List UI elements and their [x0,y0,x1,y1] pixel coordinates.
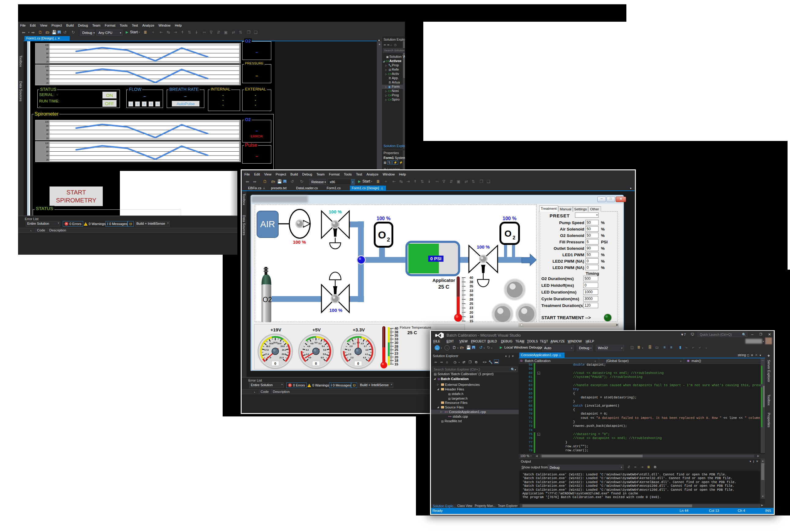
svg-text:0: 0 [315,362,317,365]
svg-text:4.0: 4.0 [308,357,312,359]
svg-text:80: 80 [46,70,49,72]
svg-text:33: 33 [395,337,398,341]
svg-text:100: 100 [45,121,49,123]
svg-text:28: 28 [469,298,473,301]
svg-text:60: 60 [46,150,49,153]
svg-text:100 %: 100 % [376,216,390,221]
svg-text:100 %: 100 % [477,244,490,249]
svg-text:33: 33 [469,289,473,292]
svg-text:25: 25 [469,302,473,305]
svg-text:19.0: 19.0 [273,342,277,344]
svg-text:18: 18 [395,359,398,362]
svg-text:100 %: 100 % [503,216,516,221]
svg-text:80: 80 [46,146,49,148]
svg-text:4.2: 4.2 [306,353,309,355]
svg-text:30: 30 [395,341,398,345]
svg-text:100: 100 [45,44,49,46]
svg-text:18.2: 18.2 [266,345,270,347]
svg-text:2.7: 2.7 [348,349,351,351]
svg-text:100 %: 100 % [293,240,306,245]
svg-text:3.1: 3.1 [353,342,356,345]
svg-text:28: 28 [395,345,398,348]
svg-text:20.2: 20.2 [282,349,286,351]
svg-text:40: 40 [46,56,49,58]
svg-text:20: 20 [46,137,49,139]
svg-text:40: 40 [46,154,49,156]
svg-text:60: 60 [46,52,49,54]
svg-text:25 C: 25 C [438,284,449,290]
svg-text:15: 15 [395,362,398,366]
svg-text:2.3: 2.3 [351,357,354,359]
svg-text:23: 23 [469,306,473,310]
svg-text:0 PSI: 0 PSI [430,256,441,261]
svg-text:AIR: AIR [260,219,275,229]
svg-text:60: 60 [46,129,49,131]
svg-text:4.1: 4.1 [365,353,368,355]
svg-text:O: O [378,229,386,241]
svg-text:80: 80 [46,48,49,50]
svg-text:40: 40 [46,78,49,80]
svg-text:5.2: 5.2 [318,342,321,345]
svg-text:4.6: 4.6 [307,345,311,347]
svg-text:40: 40 [395,326,398,330]
svg-text:3.7: 3.7 [364,345,367,347]
svg-text:2: 2 [513,235,515,240]
svg-text:O2: O2 [263,296,272,304]
svg-text:40: 40 [469,276,473,280]
svg-text:25: 25 [395,348,398,352]
svg-text:2: 2 [387,236,390,243]
svg-text:3.5: 3.5 [361,342,364,345]
svg-text:30: 30 [469,293,473,297]
svg-text:100: 100 [45,65,49,68]
svg-text:5.4: 5.4 [322,345,325,347]
svg-text:Applicator: Applicator [432,278,455,283]
svg-text:5.6: 5.6 [323,349,326,351]
svg-text:5.8: 5.8 [323,353,326,355]
svg-text:4.4: 4.4 [306,349,309,351]
svg-text:20: 20 [46,159,49,161]
svg-text:18: 18 [469,315,473,319]
svg-text:0: 0 [274,362,276,365]
svg-text:20.6: 20.6 [282,353,286,355]
svg-text:38: 38 [395,330,398,334]
svg-text:20: 20 [469,311,473,314]
svg-text:3.9: 3.9 [365,349,369,351]
svg-text:4.8: 4.8 [311,342,314,345]
svg-text:20: 20 [395,355,398,359]
svg-text:2.5: 2.5 [349,353,352,355]
svg-text:19.8: 19.8 [280,345,285,347]
svg-text:21.0: 21.0 [280,357,284,359]
svg-text:35: 35 [395,334,398,337]
svg-text:6.0: 6.0 [321,357,324,359]
svg-text:20: 20 [46,82,49,84]
svg-text:40: 40 [46,133,49,135]
svg-text:20: 20 [46,60,49,63]
svg-text:17.4: 17.4 [265,353,269,355]
svg-text:23: 23 [395,352,398,355]
svg-text:38: 38 [469,280,473,284]
svg-text:35: 35 [469,284,473,288]
svg-text:100 %: 100 % [329,209,342,214]
svg-text:19.4: 19.4 [277,342,281,345]
svg-text:18.6: 18.6 [269,342,274,345]
svg-text:0: 0 [357,362,359,365]
svg-text:60: 60 [46,74,49,76]
svg-text:80: 80 [46,125,49,127]
svg-text:100: 100 [45,142,49,144]
svg-text:15: 15 [469,319,473,322]
svg-text:100 %: 100 % [330,308,342,313]
svg-text:O: O [504,228,511,239]
svg-text:2.9: 2.9 [350,345,353,347]
svg-text:4.3: 4.3 [363,357,366,359]
svg-text:5.0: 5.0 [315,342,318,344]
svg-text:17.8: 17.8 [265,349,269,351]
